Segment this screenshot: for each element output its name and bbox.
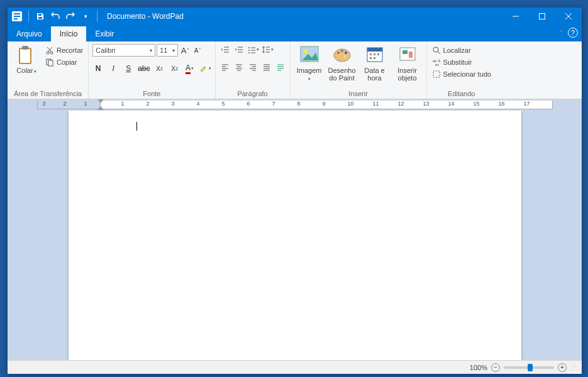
copy-icon [45, 58, 54, 67]
align-left-button[interactable] [219, 62, 231, 73]
strikethrough-button[interactable]: abc [138, 63, 150, 74]
align-center-button[interactable] [233, 62, 245, 73]
grow-font-button[interactable]: A˄ [179, 45, 191, 56]
increase-indent-button[interactable] [233, 44, 245, 55]
svg-rect-71 [409, 52, 413, 58]
shrink-font-button[interactable]: A˅ [192, 45, 203, 56]
wordpad-window: ▾ Documento - WordPad Arquivo Início Exi… [8, 8, 582, 374]
svg-rect-4 [38, 14, 42, 16]
collapse-ribbon-icon[interactable]: ⌃ [558, 29, 564, 37]
resize-grip-icon[interactable]: ⋰ [570, 364, 577, 371]
svg-point-57 [337, 52, 340, 54]
svg-rect-3 [14, 18, 18, 19]
save-icon[interactable] [35, 11, 46, 22]
paste-button[interactable]: Colar▾ [11, 44, 42, 75]
align-right-button[interactable] [247, 62, 258, 73]
copy-button[interactable]: Copiar [44, 57, 84, 67]
window-title: Documento - WordPad [107, 12, 502, 21]
svg-rect-70 [402, 50, 408, 54]
scissors-icon [45, 46, 54, 55]
group-paragraph: ▾ ▾ Parágrafo [216, 41, 291, 99]
document-page[interactable] [69, 111, 521, 360]
insert-object-button[interactable]: Inserir objeto [392, 44, 423, 82]
find-icon [432, 46, 441, 55]
calendar-icon [365, 45, 385, 65]
superscript-button[interactable]: X2 [169, 63, 180, 74]
insert-datetime-button[interactable]: Data e hora [360, 44, 390, 82]
svg-point-58 [341, 50, 343, 52]
text-color-button[interactable]: A▾ [184, 63, 196, 74]
select-all-button[interactable]: Selecionar tudo [431, 69, 492, 79]
svg-point-26 [248, 50, 250, 51]
insert-paint-button[interactable]: Desenho do Paint [327, 44, 357, 82]
minimize-button[interactable] [502, 8, 529, 25]
svg-rect-18 [48, 60, 53, 66]
bold-button[interactable]: N [92, 63, 104, 74]
italic-button[interactable]: I [108, 63, 119, 74]
cut-button[interactable]: Recortar [44, 45, 84, 55]
underline-button[interactable]: S [123, 63, 134, 74]
svg-text:ac: ac [435, 63, 439, 67]
group-editing: Localizar abac Substituir Selecionar tud… [427, 41, 496, 99]
workspace: 321 1234567891011121314151617 [8, 99, 582, 360]
zoom-level: 100% [470, 364, 487, 371]
svg-point-27 [248, 52, 250, 53]
qat-dropdown-icon[interactable]: ▾ [80, 11, 91, 22]
svg-rect-65 [374, 53, 375, 55]
svg-rect-68 [374, 57, 375, 59]
svg-point-59 [345, 52, 347, 54]
svg-point-14 [50, 52, 53, 54]
replace-button[interactable]: abac Substituir [431, 57, 492, 67]
maximize-button[interactable] [529, 8, 555, 25]
line-spacing-button[interactable]: ▾ [262, 44, 274, 55]
help-icon[interactable]: ? [568, 28, 578, 38]
svg-rect-76 [433, 71, 440, 77]
statusbar: 100% − + ⋰ [8, 360, 582, 374]
insert-image-button[interactable]: Imagem▾ [294, 44, 325, 83]
group-label-insert: Inserir [294, 89, 423, 97]
zoom-slider[interactable] [504, 366, 554, 369]
app-icon [11, 11, 23, 22]
svg-rect-66 [377, 53, 379, 55]
object-icon [397, 45, 418, 65]
group-label-editing: Editando [431, 89, 492, 97]
svg-rect-7 [540, 14, 545, 19]
paragraph-dialog-button[interactable] [275, 62, 286, 73]
clipboard-icon [16, 45, 36, 65]
highlight-button[interactable]: ▾ [199, 63, 211, 74]
align-justify-button[interactable] [261, 62, 272, 73]
text-cursor [136, 122, 137, 131]
tab-view[interactable]: Exibir [86, 26, 123, 41]
svg-line-73 [438, 52, 440, 54]
find-button[interactable]: Localizar [431, 45, 492, 55]
image-icon [299, 45, 319, 65]
redo-icon[interactable] [65, 11, 76, 22]
font-family-combo[interactable]: Calibri▾ [92, 44, 155, 57]
undo-icon[interactable] [50, 11, 61, 22]
ruler[interactable]: 321 1234567891011121314151617 [8, 99, 582, 111]
paint-icon [332, 45, 352, 65]
subscript-button[interactable]: X2 [154, 63, 165, 74]
zoom-out-button[interactable]: − [491, 363, 500, 372]
svg-point-25 [248, 47, 250, 48]
group-insert: Imagem▾ Desenho do Paint Data e hora Ins… [291, 41, 427, 99]
svg-rect-62 [367, 48, 382, 52]
select-all-icon [432, 70, 441, 79]
svg-rect-2 [14, 16, 20, 17]
svg-rect-5 [38, 17, 42, 19]
tab-file[interactable]: Arquivo [8, 26, 51, 41]
font-size-combo[interactable]: 11▾ [157, 44, 178, 57]
titlebar: ▾ Documento - WordPad [8, 8, 582, 25]
decrease-indent-button[interactable] [219, 44, 231, 55]
group-font: Calibri▾ 11▾ A˄ A˅ N I S abc X2 X2 A▾ ▾ … [89, 41, 215, 99]
close-button[interactable] [555, 8, 582, 25]
svg-point-72 [433, 47, 438, 52]
svg-rect-11 [20, 49, 30, 63]
zoom-in-button[interactable]: + [558, 363, 567, 372]
group-clipboard: Colar▾ Recortar Copiar Área de Transferê… [8, 41, 89, 99]
tab-home[interactable]: Início [51, 26, 87, 41]
svg-rect-1 [14, 13, 20, 14]
svg-rect-67 [370, 57, 372, 59]
bullets-button[interactable]: ▾ [247, 44, 259, 55]
svg-point-55 [304, 50, 308, 53]
